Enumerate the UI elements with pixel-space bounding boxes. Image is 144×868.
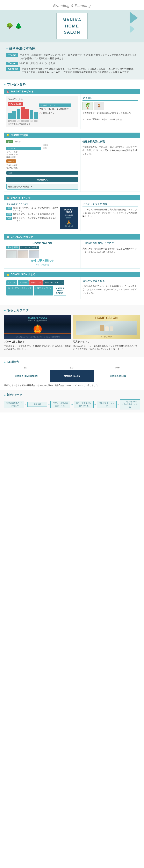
seisaku-item-6: プレゼン前の資料の作成 反省・まとめ: [120, 399, 140, 409]
catalog-card: 📋 CATALOG カタログ HOME SALON 素材 用品 サロンバッグの提…: [4, 234, 140, 269]
target-right-title: アイコン: [82, 96, 138, 101]
event-text-2: お客様をリフォームして より多くの方にもてなす: [13, 213, 54, 215]
target-card-body: 30-40代の女性 4人に 1人が: [4, 94, 140, 129]
presen-title: プレゼン資料: [4, 83, 140, 87]
chart-highlight: 4人に 1人が: [8, 102, 23, 106]
flow-row-improve: improve: [6, 159, 78, 163]
theme-value: マニカホーム株式会社 企業ブランディングと「販売促進デザインの提案 企業ブランデ…: [20, 53, 138, 60]
logo-note: 規格1はすっきりと安心感規格2は できるとさと迷びに 制作3はは はちみつのイメ…: [4, 384, 140, 387]
conclusion-right-title: はちみつでまとめる: [82, 279, 138, 283]
theme-label: Theme: [6, 53, 18, 57]
tag2: お風呂は女性 ✓: [41, 112, 55, 115]
chirashi-section: ちらしカタログ MANIKA YOGA 2020.11.22 開催 11:00-…: [0, 305, 144, 357]
events-card-body: コミュニティイベント 場所 自宅サロンをリフォームした 自宅でのモデルハウスでイ…: [4, 200, 140, 231]
seisaku-item-3: リフォーム視点の 生活スタイル: [50, 401, 70, 408]
page-header: Branding & Planning: [0, 0, 144, 10]
nature-label: 🏠: [87, 107, 89, 110]
hero-title: MANIKA HOME SALON: [63, 17, 81, 35]
events-card-right: イベントチラシの作成 マニカさんの作る自然素材で 落ち着いた空間は、ヨガにぴっ …: [80, 200, 140, 231]
interior-image: [76, 321, 137, 335]
target-card-left: 30-40代の女性 4人に 1人が: [4, 94, 80, 129]
bar-3: [17, 109, 20, 119]
bar-4: [21, 107, 25, 119]
catalog-img-1: [6, 250, 17, 258]
chirashi-grid: MANIKA YOGA 2020.11.22 開催 11:00-12:30 🧘 …: [4, 315, 140, 350]
suggest-card-body: good 自宅サロン ↕ MANIKA リフォームやインテリアの収益の搭載 提案…: [4, 138, 140, 192]
divider: [82, 116, 138, 116]
chart-note: 子育てと仕事の両立 すき間時間がない: [39, 108, 71, 111]
flow-text-power: 提案力実力: [43, 144, 78, 149]
yoga-bg-image: MANIKA YOGA 2020.11.22 開催 11:00-12:30 🧘 …: [4, 315, 71, 339]
chart-stats: 女性が働く上での課題変化: [8, 123, 38, 125]
catalog-tab-3: サロンバッグの提案: [20, 246, 39, 249]
yoga-person-icon: 🧘: [61, 220, 76, 225]
events-card: 🏠 EVENTS イベント コミュニティイベント 場所 自宅サロンをリフォームし…: [4, 195, 140, 231]
event-item-3: 効果 顧客客をリフォームしてでも お客様のどこかどこかに！もって: [6, 217, 58, 222]
icon-visual: 🌿 🏠 🪑: [82, 102, 138, 110]
target-card-right: アイコン 🌿 🏠 🪑 自然素材をメイン 環境に優しい家 づくりを表現した マニカ…: [80, 94, 140, 129]
yoga-sub: こんな方におすすめ： ↑15年前から...ブルーに マニカ: 0120-567-…: [4, 336, 71, 338]
catalog-tabs: 素材 用品 サロンバッグの提案: [6, 246, 78, 249]
hex-kork: コーク リフォーム ショップ: [6, 286, 33, 296]
chirashi-card2-title: 写真をメインに: [73, 340, 140, 343]
events-right-title: イベントチラシの作成: [82, 203, 138, 207]
chirashi-card1-title: ブルーで落ち着きを: [4, 340, 71, 343]
chirashi-card1-desc: 宇宙系をイメージするをブルーを最適に すること、こうされキとく職業がの画像では …: [4, 344, 71, 350]
home-salon-bg-image: HOME SALON インテリア家具: [73, 315, 140, 339]
logo-text-3: MANIKA SALON: [110, 375, 126, 377]
suggest-right-title: 情報を視覚的に表現: [82, 140, 138, 144]
logo-item-1: 規格1 MANIKA HOME SALON: [4, 366, 48, 382]
nature-icon-box: 🌿 🏠: [82, 102, 93, 110]
tree-nature-icon: 🌿: [86, 103, 90, 107]
logo-label-2: 規格2: [50, 366, 94, 369]
hex-catalog: カタログ: [18, 280, 29, 285]
hero-section: 🌳 🌲 MANIKA HOME SALON: [0, 10, 144, 42]
chart-label-1: 1970: [8, 120, 12, 122]
chair-icon-2: [110, 327, 113, 331]
event-flyer-title: MANIKA YOGA: [61, 208, 76, 213]
hero-deco-left: 🌳 🌲: [6, 23, 23, 30]
catalog-main-title: HOME SALON: [6, 242, 78, 245]
catalog-tab-2: 用品: [13, 246, 19, 249]
flow-node-improve: improve: [6, 159, 16, 163]
suggest-card-header: 💡 SUGGEST 提案: [4, 133, 140, 138]
hex-contents: お役立 コンテン ツ: [34, 286, 53, 296]
bar-5: [25, 108, 29, 119]
chirashi-title: ちらしカタログ: [4, 308, 140, 312]
events-header-icon: 🏠: [6, 196, 9, 199]
concept-value: 子育てと仕事の両立を行う女性を応援する「マニカホームサロン」の提案しました。 エ…: [22, 67, 138, 74]
flow-node-result: result: [6, 171, 78, 175]
flow-row-1: good 自宅サロン: [6, 140, 78, 143]
home-salon-img-title: HOME SALON: [95, 316, 117, 320]
logo-box-1: MANIKA HOME SALON: [4, 370, 48, 382]
seisaku-arrow-2: →: [48, 403, 50, 406]
target-label: Target: [6, 62, 18, 65]
events-header-text: EVENTS イベント: [11, 196, 31, 199]
chirashi-card-2: HOME SALON インテリア家具 写真をメインに 温かみがあり、しかし落ち着…: [73, 315, 140, 350]
logo-section: ロゴ制作 規格1 MANIKA HOME SALON 規格2 MANIKA SA…: [0, 357, 144, 390]
hex-logo: MANIKAHOMESALON: [54, 286, 66, 296]
catalog-right-desc: 実際にカタログの表紙中身 を作成することで具体的の イメージしてもらえるように …: [82, 247, 138, 254]
conclusion-card: ⭐ CONCLUSION まとめ イベント カタログ 書を にする サロン リフ…: [4, 272, 140, 299]
conclusion-card-left: イベント カタログ 書を にする サロン リフォーム ツ コーク リフォーム シ…: [4, 277, 80, 299]
chart-labels: 1970 1980 1990 2000 2010 2020 2030: [8, 120, 38, 122]
suggest-card-left: good 自宅サロン ↕ MANIKA リフォームやインテリアの収益の搭載 提案…: [4, 138, 80, 192]
suggest-right-desc: 万能素材もなる「マネカニー のようにリフォーム以下も方 向に表現してほしいとの思…: [82, 146, 138, 155]
catalog-tagline: 女性に夢と憧れを: [6, 259, 78, 263]
chart-label-7: 2030: [34, 120, 38, 122]
catalog-card-right: 「HOME SALON」カタログ 実際にカタログの表紙中身 を作成することで具体…: [80, 240, 140, 268]
conclusion-header-text: CONCLUSION まとめ: [11, 273, 35, 276]
flow-node-manika1: MANIKA: [6, 147, 41, 150]
logo-item-3: 規格3 MANIKA SALON: [96, 366, 140, 382]
hex-event: イベント: [6, 280, 17, 285]
yoga-img-date: 2020.11.22 開催 11:00-12:30: [4, 320, 71, 322]
icon-desc2: マニカの「育外り」 椅をイメージしました: [82, 118, 138, 121]
concept-row: Concept 子育てと仕事の両立を行う女性を応援する「マニカホームサロン」の提…: [6, 67, 138, 74]
bar-chart: [8, 107, 38, 119]
catalog-card-left: HOME SALON 素材 用品 サロンバッグの提案 女性に夢と憧れを カタログ…: [4, 240, 80, 268]
chart-label-3: 1990: [17, 120, 20, 122]
flow-improve-desc: できない場所できない意義: [6, 164, 78, 169]
suggest-header-icon: 💡: [6, 134, 9, 137]
bar-2: [13, 111, 16, 119]
header-logo: Branding & Planning: [0, 4, 144, 8]
